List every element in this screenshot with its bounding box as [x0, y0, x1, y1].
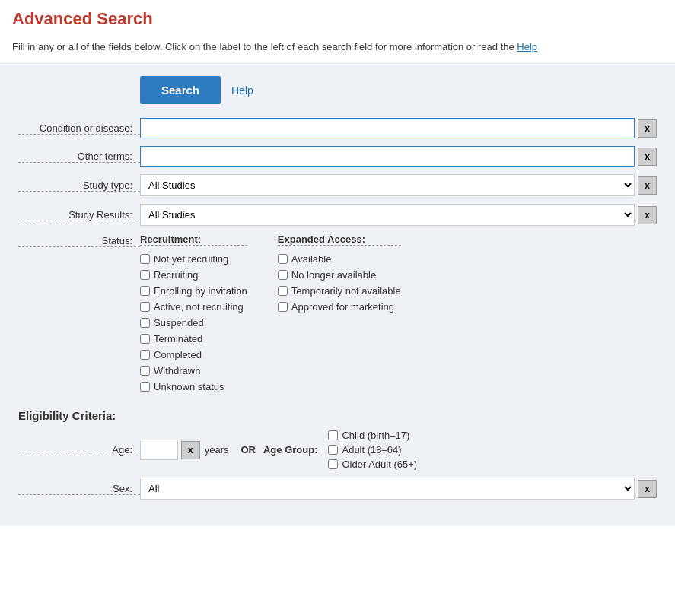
unknown-status-checkbox[interactable] — [140, 382, 150, 392]
years-text: years — [205, 444, 229, 456]
checkbox-recruiting: Recruiting — [140, 269, 247, 281]
suspended-label[interactable]: Suspended — [154, 317, 204, 329]
enrolling-by-invitation-label[interactable]: Enrolling by invitation — [154, 285, 247, 297]
older-adult-checkbox[interactable] — [328, 459, 338, 469]
completed-label[interactable]: Completed — [154, 349, 202, 360]
status-label[interactable]: Status: — [18, 233, 140, 247]
no-longer-available-label[interactable]: No longer available — [291, 269, 376, 281]
age-row: Age: x years OR Age Group: Child (birth–… — [18, 430, 657, 470]
older-adult-label[interactable]: Older Adult (65+) — [342, 459, 417, 470]
eligibility-title: Eligibility Criteria: — [18, 400, 657, 430]
checkbox-approved-marketing: Approved for marketing — [278, 301, 401, 313]
adult-checkbox[interactable] — [328, 445, 338, 455]
sex-label[interactable]: Sex: — [18, 483, 140, 495]
child-label[interactable]: Child (birth–17) — [342, 430, 409, 441]
study-results-label[interactable]: Study Results: — [18, 209, 140, 221]
sex-select[interactable]: All Female Male — [140, 478, 635, 500]
withdrawn-label[interactable]: Withdrawn — [154, 365, 200, 376]
checkbox-withdrawn: Withdrawn — [140, 365, 247, 376]
checkbox-temp-not-available: Temporarily not available — [278, 285, 401, 297]
page-title: Advanced Search — [0, 0, 675, 35]
age-clear-button[interactable]: x — [181, 441, 200, 459]
approved-marketing-label[interactable]: Approved for marketing — [291, 301, 394, 313]
active-not-recruiting-label[interactable]: Active, not recruiting — [154, 301, 244, 313]
top-buttons: Search Help — [18, 76, 657, 104]
other-terms-row: Other terms: x — [18, 146, 657, 167]
adult-label[interactable]: Adult (18–64) — [342, 444, 401, 456]
search-panel: Search Help Condition or disease: x Othe… — [0, 62, 675, 526]
or-text: OR — [240, 444, 256, 456]
age-input[interactable] — [140, 440, 178, 460]
condition-clear-button[interactable]: x — [638, 119, 657, 138]
temp-not-available-checkbox[interactable] — [278, 286, 288, 296]
child-checkbox[interactable] — [328, 430, 338, 440]
completed-checkbox[interactable] — [140, 350, 150, 360]
status-columns: Recruitment: Not yet recruiting Recruiti… — [140, 233, 401, 392]
unknown-status-label[interactable]: Unknown status — [154, 381, 224, 392]
checkbox-available: Available — [278, 253, 401, 265]
condition-input[interactable] — [140, 118, 635, 138]
recruiting-checkbox[interactable] — [140, 270, 150, 280]
checkbox-unknown-status: Unknown status — [140, 381, 247, 392]
sex-clear-button[interactable]: x — [638, 480, 657, 498]
not-yet-recruiting-checkbox[interactable] — [140, 254, 150, 264]
terminated-checkbox[interactable] — [140, 334, 150, 344]
study-results-clear-button[interactable]: x — [638, 206, 657, 224]
active-not-recruiting-checkbox[interactable] — [140, 302, 150, 312]
age-label[interactable]: Age: — [18, 444, 140, 456]
terminated-label[interactable]: Terminated — [154, 333, 202, 345]
checkbox-no-longer-available: No longer available — [278, 269, 401, 281]
checkbox-older-adult: Older Adult (65+) — [328, 459, 417, 470]
enrolling-by-invitation-checkbox[interactable] — [140, 286, 150, 296]
other-terms-label[interactable]: Other terms: — [18, 151, 140, 163]
study-results-select[interactable]: All Studies Studies With Results Studies… — [140, 204, 635, 226]
withdrawn-checkbox[interactable] — [140, 366, 150, 376]
expanded-access-title[interactable]: Expanded Access: — [278, 233, 401, 246]
study-type-clear-button[interactable]: x — [638, 176, 657, 195]
checkbox-terminated: Terminated — [140, 333, 247, 345]
recruiting-label[interactable]: Recruiting — [154, 269, 199, 281]
checkbox-adult: Adult (18–64) — [328, 444, 417, 456]
study-type-row: Study type: All Studies Interventional O… — [18, 174, 657, 196]
search-button[interactable]: Search — [140, 76, 221, 104]
available-checkbox[interactable] — [278, 254, 288, 264]
instruction-text: Fill in any or all of the fields below. … — [12, 41, 514, 52]
condition-label[interactable]: Condition or disease: — [18, 122, 140, 135]
study-results-row: Study Results: All Studies Studies With … — [18, 204, 657, 226]
available-label[interactable]: Available — [291, 253, 332, 265]
checkbox-active-not-recruiting: Active, not recruiting — [140, 301, 247, 313]
suspended-checkbox[interactable] — [140, 318, 150, 328]
age-group-checkboxes: Child (birth–17) Adult (18–64) Older Adu… — [328, 430, 417, 470]
checkbox-child: Child (birth–17) — [328, 430, 417, 441]
checkbox-completed: Completed — [140, 349, 247, 360]
status-section: Status: Recruitment: Not yet recruiting … — [18, 233, 657, 392]
temp-not-available-label[interactable]: Temporarily not available — [291, 285, 401, 297]
checkbox-not-yet-recruiting: Not yet recruiting — [140, 253, 247, 265]
study-type-label[interactable]: Study type: — [18, 179, 140, 192]
other-terms-input[interactable] — [140, 146, 635, 167]
other-terms-clear-button[interactable]: x — [638, 148, 657, 166]
no-longer-available-checkbox[interactable] — [278, 270, 288, 280]
help-link-top[interactable]: Help — [517, 41, 537, 52]
study-type-select[interactable]: All Studies Interventional Observational… — [140, 174, 635, 196]
recruitment-title[interactable]: Recruitment: — [140, 233, 247, 246]
checkbox-enrolling-by-invitation: Enrolling by invitation — [140, 285, 247, 297]
not-yet-recruiting-label[interactable]: Not yet recruiting — [154, 253, 228, 265]
instruction-bar: Fill in any or all of the fields below. … — [0, 35, 675, 62]
condition-row: Condition or disease: x — [18, 118, 657, 138]
help-link[interactable]: Help — [231, 84, 253, 97]
sex-row: Sex: All Female Male x — [18, 478, 657, 500]
approved-marketing-checkbox[interactable] — [278, 302, 288, 312]
age-group-label[interactable]: Age Group: — [263, 444, 323, 456]
expanded-access-col: Expanded Access: Available No longer ava… — [278, 233, 401, 392]
checkbox-suspended: Suspended — [140, 317, 247, 329]
recruitment-col: Recruitment: Not yet recruiting Recruiti… — [140, 233, 247, 392]
